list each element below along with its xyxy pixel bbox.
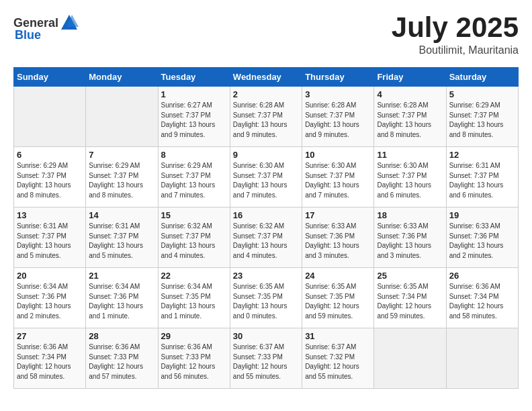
day-info: Sunrise: 6:30 AM Sunset: 7:37 PM Dayligh…	[305, 161, 371, 200]
weekday-header-tuesday: Tuesday	[158, 68, 230, 87]
day-number: 2	[233, 89, 299, 99]
calendar-cell: 31Sunrise: 6:37 AM Sunset: 7:32 PM Dayli…	[302, 328, 374, 389]
day-info: Sunrise: 6:31 AM Sunset: 7:37 PM Dayligh…	[17, 222, 83, 261]
day-number: 11	[377, 150, 443, 160]
logo-icon	[60, 13, 79, 32]
weekday-header-sunday: Sunday	[14, 68, 86, 87]
calendar-cell: 16Sunrise: 6:32 AM Sunset: 7:37 PM Dayli…	[230, 208, 302, 268]
day-info: Sunrise: 6:32 AM Sunset: 7:37 PM Dayligh…	[161, 222, 227, 261]
day-info: Sunrise: 6:36 AM Sunset: 7:34 PM Dayligh…	[449, 282, 515, 321]
weekday-header-monday: Monday	[86, 68, 158, 87]
month-title: July 2025	[392, 13, 519, 42]
calendar-cell: 1Sunrise: 6:27 AM Sunset: 7:37 PM Daylig…	[158, 87, 230, 147]
day-info: Sunrise: 6:28 AM Sunset: 7:37 PM Dayligh…	[305, 101, 371, 140]
day-info: Sunrise: 6:30 AM Sunset: 7:37 PM Dayligh…	[233, 161, 299, 200]
day-info: Sunrise: 6:37 AM Sunset: 7:33 PM Dayligh…	[233, 342, 299, 381]
page-header: General Blue July 2025 Boutilimit, Mauri…	[13, 13, 519, 56]
calendar-cell: 20Sunrise: 6:34 AM Sunset: 7:36 PM Dayli…	[14, 268, 86, 328]
calendar-cell: 21Sunrise: 6:34 AM Sunset: 7:36 PM Dayli…	[86, 268, 158, 328]
calendar-week-row: 6Sunrise: 6:29 AM Sunset: 7:37 PM Daylig…	[14, 147, 519, 208]
day-number: 18	[377, 210, 443, 220]
calendar-cell: 11Sunrise: 6:30 AM Sunset: 7:37 PM Dayli…	[374, 147, 446, 208]
day-info: Sunrise: 6:31 AM Sunset: 7:37 PM Dayligh…	[449, 161, 515, 200]
calendar-cell: 30Sunrise: 6:37 AM Sunset: 7:33 PM Dayli…	[230, 328, 302, 389]
day-info: Sunrise: 6:34 AM Sunset: 7:36 PM Dayligh…	[17, 282, 83, 321]
day-info: Sunrise: 6:27 AM Sunset: 7:37 PM Dayligh…	[161, 101, 227, 140]
day-number: 31	[305, 331, 371, 341]
calendar-cell: 7Sunrise: 6:29 AM Sunset: 7:37 PM Daylig…	[86, 147, 158, 208]
logo: General Blue	[13, 13, 79, 42]
day-number: 20	[17, 271, 83, 281]
calendar-cell: 27Sunrise: 6:36 AM Sunset: 7:34 PM Dayli…	[14, 328, 86, 389]
day-info: Sunrise: 6:35 AM Sunset: 7:35 PM Dayligh…	[233, 282, 299, 321]
day-number: 22	[161, 271, 227, 281]
day-info: Sunrise: 6:35 AM Sunset: 7:35 PM Dayligh…	[305, 282, 371, 321]
calendar-cell: 24Sunrise: 6:35 AM Sunset: 7:35 PM Dayli…	[302, 268, 374, 328]
calendar-cell: 6Sunrise: 6:29 AM Sunset: 7:37 PM Daylig…	[14, 147, 86, 208]
calendar-week-row: 1Sunrise: 6:27 AM Sunset: 7:37 PM Daylig…	[14, 87, 519, 147]
day-number: 13	[17, 210, 83, 220]
calendar-cell: 2Sunrise: 6:28 AM Sunset: 7:37 PM Daylig…	[230, 87, 302, 147]
day-number: 3	[305, 89, 371, 99]
weekday-header-row: SundayMondayTuesdayWednesdayThursdayFrid…	[14, 68, 519, 87]
weekday-header-wednesday: Wednesday	[230, 68, 302, 87]
day-info: Sunrise: 6:29 AM Sunset: 7:37 PM Dayligh…	[449, 101, 515, 140]
day-number: 6	[17, 150, 83, 160]
calendar-cell: 23Sunrise: 6:35 AM Sunset: 7:35 PM Dayli…	[230, 268, 302, 328]
day-number: 8	[161, 150, 227, 160]
day-number: 27	[17, 331, 83, 341]
calendar-cell: 25Sunrise: 6:35 AM Sunset: 7:34 PM Dayli…	[374, 268, 446, 328]
calendar-cell	[14, 87, 86, 147]
day-info: Sunrise: 6:36 AM Sunset: 7:33 PM Dayligh…	[161, 342, 227, 381]
day-info: Sunrise: 6:37 AM Sunset: 7:32 PM Dayligh…	[305, 342, 371, 381]
calendar-cell: 19Sunrise: 6:33 AM Sunset: 7:36 PM Dayli…	[446, 208, 518, 268]
day-info: Sunrise: 6:30 AM Sunset: 7:37 PM Dayligh…	[377, 161, 443, 200]
day-info: Sunrise: 6:28 AM Sunset: 7:37 PM Dayligh…	[233, 101, 299, 140]
calendar-cell: 29Sunrise: 6:36 AM Sunset: 7:33 PM Dayli…	[158, 328, 230, 389]
calendar-week-row: 13Sunrise: 6:31 AM Sunset: 7:37 PM Dayli…	[14, 208, 519, 268]
day-number: 29	[161, 331, 227, 341]
weekday-header-friday: Friday	[374, 68, 446, 87]
day-info: Sunrise: 6:29 AM Sunset: 7:37 PM Dayligh…	[89, 161, 154, 200]
calendar-week-row: 27Sunrise: 6:36 AM Sunset: 7:34 PM Dayli…	[14, 328, 519, 389]
calendar-cell: 8Sunrise: 6:29 AM Sunset: 7:37 PM Daylig…	[158, 147, 230, 208]
day-info: Sunrise: 6:35 AM Sunset: 7:34 PM Dayligh…	[377, 282, 443, 321]
day-number: 30	[233, 331, 299, 341]
day-info: Sunrise: 6:33 AM Sunset: 7:36 PM Dayligh…	[305, 222, 371, 261]
calendar-cell: 3Sunrise: 6:28 AM Sunset: 7:37 PM Daylig…	[302, 87, 374, 147]
calendar-cell: 10Sunrise: 6:30 AM Sunset: 7:37 PM Dayli…	[302, 147, 374, 208]
weekday-header-saturday: Saturday	[446, 68, 518, 87]
day-number: 28	[89, 331, 154, 341]
calendar-cell: 13Sunrise: 6:31 AM Sunset: 7:37 PM Dayli…	[14, 208, 86, 268]
day-info: Sunrise: 6:32 AM Sunset: 7:37 PM Dayligh…	[233, 222, 299, 261]
day-number: 19	[449, 210, 515, 220]
day-info: Sunrise: 6:29 AM Sunset: 7:37 PM Dayligh…	[161, 161, 227, 200]
calendar-cell: 9Sunrise: 6:30 AM Sunset: 7:37 PM Daylig…	[230, 147, 302, 208]
day-info: Sunrise: 6:31 AM Sunset: 7:37 PM Dayligh…	[89, 222, 154, 261]
day-number: 7	[89, 150, 154, 160]
calendar-cell: 14Sunrise: 6:31 AM Sunset: 7:37 PM Dayli…	[86, 208, 158, 268]
day-info: Sunrise: 6:29 AM Sunset: 7:37 PM Dayligh…	[17, 161, 83, 200]
logo-blue: Blue	[15, 28, 41, 42]
day-number: 5	[449, 89, 515, 99]
day-info: Sunrise: 6:28 AM Sunset: 7:37 PM Dayligh…	[377, 101, 443, 140]
day-info: Sunrise: 6:36 AM Sunset: 7:33 PM Dayligh…	[89, 342, 154, 381]
calendar-cell: 17Sunrise: 6:33 AM Sunset: 7:36 PM Dayli…	[302, 208, 374, 268]
day-number: 9	[233, 150, 299, 160]
day-info: Sunrise: 6:33 AM Sunset: 7:36 PM Dayligh…	[377, 222, 443, 261]
day-number: 1	[161, 89, 227, 99]
day-info: Sunrise: 6:33 AM Sunset: 7:36 PM Dayligh…	[449, 222, 515, 261]
calendar-cell: 22Sunrise: 6:34 AM Sunset: 7:35 PM Dayli…	[158, 268, 230, 328]
calendar-cell: 26Sunrise: 6:36 AM Sunset: 7:34 PM Dayli…	[446, 268, 518, 328]
weekday-header-thursday: Thursday	[302, 68, 374, 87]
day-number: 4	[377, 89, 443, 99]
day-info: Sunrise: 6:36 AM Sunset: 7:34 PM Dayligh…	[17, 342, 83, 381]
calendar-cell: 28Sunrise: 6:36 AM Sunset: 7:33 PM Dayli…	[86, 328, 158, 389]
day-number: 25	[377, 271, 443, 281]
day-number: 14	[89, 210, 154, 220]
calendar-cell: 18Sunrise: 6:33 AM Sunset: 7:36 PM Dayli…	[374, 208, 446, 268]
day-number: 15	[161, 210, 227, 220]
day-number: 23	[233, 271, 299, 281]
calendar-cell	[86, 87, 158, 147]
calendar-cell: 15Sunrise: 6:32 AM Sunset: 7:37 PM Dayli…	[158, 208, 230, 268]
